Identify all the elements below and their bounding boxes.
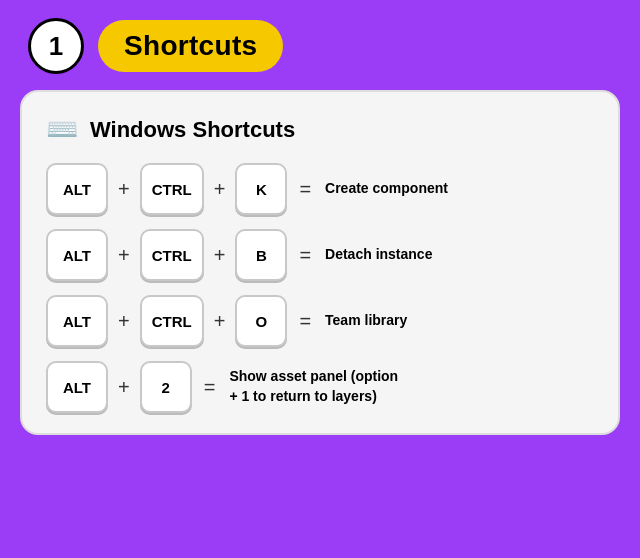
plus-icon: +	[118, 376, 130, 399]
plus-icon: +	[214, 310, 226, 333]
key-ctrl: CTRL	[140, 295, 204, 347]
shortcuts-card: ⌨️ Windows Shortcuts ALT + CTRL + K = Cr…	[20, 90, 620, 435]
shortcut-row: ALT + CTRL + K = Create component	[46, 163, 594, 215]
shortcut-row: ALT + CTRL + O = Team library	[46, 295, 594, 347]
equals-icon: =	[299, 310, 311, 333]
plus-icon: +	[118, 310, 130, 333]
shortcut-label: Detach instance	[325, 245, 432, 265]
equals-icon: =	[299, 178, 311, 201]
card-header: ⌨️ Windows Shortcuts	[46, 114, 594, 145]
shortcut-row: ALT + CTRL + B = Detach instance	[46, 229, 594, 281]
page-header: 1 Shortcuts	[28, 18, 283, 74]
step-number: 1	[28, 18, 84, 74]
plus-icon: +	[118, 178, 130, 201]
card-title: Windows Shortcuts	[90, 117, 295, 143]
title-badge: Shortcuts	[98, 20, 283, 72]
key-alt: ALT	[46, 295, 108, 347]
shortcut-row: ALT + 2 = Show asset panel (option + 1 t…	[46, 361, 594, 413]
equals-icon: =	[299, 244, 311, 267]
shortcut-label: Team library	[325, 311, 407, 331]
key-b: B	[235, 229, 287, 281]
key-2: 2	[140, 361, 192, 413]
shortcut-label: Create component	[325, 179, 448, 199]
plus-icon: +	[214, 244, 226, 267]
page-title: Shortcuts	[124, 30, 257, 61]
equals-icon: =	[204, 376, 216, 399]
plus-icon: +	[214, 178, 226, 201]
key-ctrl: CTRL	[140, 163, 204, 215]
shortcut-label: Show asset panel (option + 1 to return t…	[229, 367, 409, 406]
key-alt: ALT	[46, 229, 108, 281]
key-o: O	[235, 295, 287, 347]
plus-icon: +	[118, 244, 130, 267]
key-alt: ALT	[46, 163, 108, 215]
key-k: K	[235, 163, 287, 215]
keyboard-icon: ⌨️	[46, 114, 78, 145]
key-ctrl: CTRL	[140, 229, 204, 281]
key-alt: ALT	[46, 361, 108, 413]
